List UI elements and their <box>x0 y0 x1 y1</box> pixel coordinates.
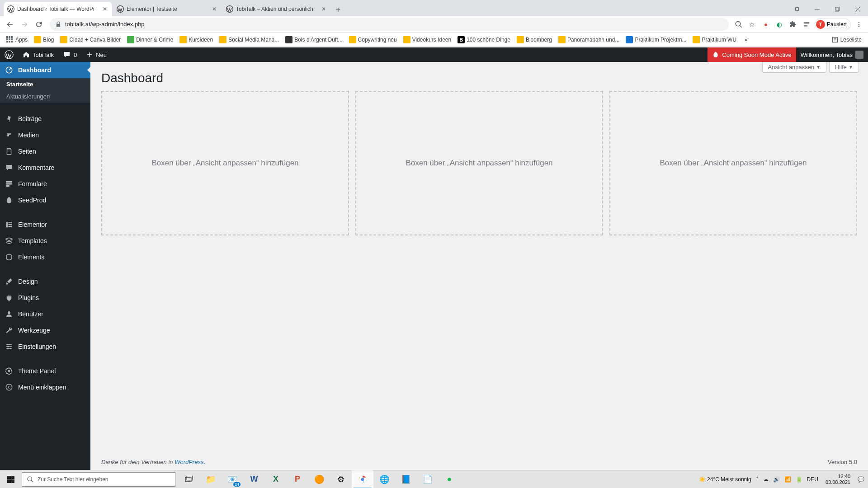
maximize-button[interactable] <box>827 2 848 16</box>
bookmark-item[interactable]: Praktikum Projektm... <box>623 34 689 45</box>
zoom-icon[interactable] <box>733 19 744 30</box>
menu-design[interactable]: Design <box>0 273 90 290</box>
wifi-icon[interactable]: 📶 <box>784 476 791 483</box>
close-icon[interactable]: ✕ <box>320 5 327 13</box>
star-icon[interactable]: ☆ <box>747 19 758 30</box>
start-button[interactable] <box>0 470 22 488</box>
svg-point-27 <box>361 478 364 481</box>
new-tab-button[interactable]: + <box>332 4 344 16</box>
wp-footer: Danke für dein Vertrauen in WordPress. V… <box>90 454 868 470</box>
close-icon[interactable]: ✕ <box>101 5 108 13</box>
bookmark-item[interactable]: Cload + Canva Bilder <box>57 34 123 45</box>
extension-icon[interactable]: ◐ <box>774 19 785 30</box>
menu-elements[interactable]: Elements <box>0 249 90 265</box>
widget-placeholder[interactable]: Boxen über „Ansicht anpassen“ hinzufügen <box>355 91 603 235</box>
submenu-aktualisierungen[interactable]: Aktualisierungen <box>0 90 90 103</box>
comments-link[interactable]: 0 <box>58 47 81 62</box>
menu-plugins[interactable]: Plugins <box>0 290 90 306</box>
task-powerpoint[interactable]: P <box>287 470 308 488</box>
bookmark-item[interactable]: B100 schöne Dinge <box>455 34 513 45</box>
back-button[interactable] <box>4 18 16 31</box>
coming-soon-badge[interactable]: Coming Soon Mode Active <box>708 47 796 62</box>
bookmark-item[interactable]: Kursideen <box>177 34 216 45</box>
folder-icon <box>403 36 410 43</box>
action-center-icon[interactable]: 💬 <box>858 476 864 483</box>
task-app-1[interactable]: 🟠 <box>308 470 330 488</box>
apps-shortcut[interactable]: Apps <box>4 34 30 45</box>
browser-tab-0[interactable]: Dashboard ‹ TobiTalk — WordPr ✕ <box>4 2 112 16</box>
account-indicator-icon[interactable] <box>787 2 807 16</box>
wordpress-link[interactable]: WordPress <box>175 459 203 465</box>
task-spotify[interactable]: ● <box>439 470 460 488</box>
task-obs[interactable]: ⚙ <box>330 470 352 488</box>
menu-benutzer[interactable]: Benutzer <box>0 306 90 322</box>
dashboard-submenu: Startseite Aktualisierungen <box>0 78 90 103</box>
extensions-puzzle-icon[interactable] <box>788 19 798 30</box>
bookmark-item[interactable]: Bois d'Argent Duft... <box>283 34 345 45</box>
task-notepad[interactable]: 📄 <box>417 470 439 488</box>
my-account-link[interactable]: Willkommen, Tobias <box>796 47 868 62</box>
menu-einstellungen[interactable]: Einstellungen <box>0 338 90 355</box>
browser-tab-1[interactable]: Elementor | Testseite ✕ <box>113 2 222 16</box>
bookmark-item[interactable]: Dinner & Crime <box>124 34 176 45</box>
tray-overflow-icon[interactable]: ˄ <box>756 476 759 483</box>
collapse-menu[interactable]: Menü einklappen <box>0 379 90 395</box>
battery-icon[interactable]: 🔋 <box>796 476 802 483</box>
reading-list-icon <box>831 36 839 43</box>
chevron-down-icon: ▼ <box>849 65 853 70</box>
widget-placeholder[interactable]: Boxen über „Ansicht anpassen“ hinzufügen <box>609 91 857 235</box>
widget-placeholder[interactable]: Boxen über „Ansicht anpassen“ hinzufügen <box>101 91 349 235</box>
address-bar[interactable]: tobitalk.at/wp-admin/index.php <box>50 18 729 31</box>
task-explorer[interactable]: 📁 <box>200 470 222 488</box>
bookmark-item[interactable]: Praktikum WU <box>690 34 739 45</box>
screen-options-tab[interactable]: Ansicht anpassen ▼ <box>762 62 827 73</box>
onedrive-icon[interactable]: ☁ <box>763 476 769 483</box>
menu-kommentare[interactable]: Kommentare <box>0 160 90 176</box>
bookmark-item[interactable]: Bloomberg <box>514 34 555 45</box>
volume-icon[interactable]: 🔊 <box>773 476 780 483</box>
help-tab[interactable]: Hilfe ▼ <box>829 62 859 73</box>
new-content-link[interactable]: Neu <box>81 47 111 62</box>
weather-widget[interactable]: ☀️ 24°C Meist sonnig <box>699 476 751 483</box>
menu-templates[interactable]: Templates <box>0 233 90 249</box>
task-chrome[interactable] <box>352 470 373 488</box>
reading-list-icon[interactable] <box>801 19 812 30</box>
close-icon[interactable]: ✕ <box>211 5 218 13</box>
task-excel[interactable]: X <box>265 470 287 488</box>
task-mail[interactable]: 📧24 <box>222 470 243 488</box>
taskbar-search[interactable]: Zur Suche Text hier eingeben <box>22 472 175 487</box>
minimize-button[interactable] <box>807 2 827 16</box>
bookmark-item[interactable]: Social Media Mana... <box>217 34 282 45</box>
task-view-button[interactable] <box>178 470 200 488</box>
extension-abp-icon[interactable]: ● <box>760 19 771 30</box>
bookmark-item[interactable]: Blog <box>31 34 57 45</box>
kebab-menu-icon[interactable]: ⋮ <box>854 19 864 30</box>
menu-medien[interactable]: Medien <box>0 127 90 143</box>
task-word[interactable]: W <box>243 470 265 488</box>
bookmark-item[interactable]: Videokurs Ideen <box>401 34 454 45</box>
profile-button[interactable]: T Pausiert <box>815 19 851 30</box>
browser-tab-2[interactable]: TobiTalk – Aktien und persönlich ✕ <box>222 2 331 16</box>
task-app-2[interactable]: 📘 <box>395 470 417 488</box>
wp-logo-menu[interactable] <box>0 47 18 62</box>
menu-theme-panel[interactable]: Theme Panel <box>0 363 90 379</box>
menu-werkzeuge[interactable]: Werkzeuge <box>0 322 90 338</box>
bookmark-overflow[interactable]: » <box>742 35 750 45</box>
menu-elementor[interactable]: Elementor <box>0 216 90 233</box>
bookmark-item[interactable]: Copywriting neu <box>346 34 400 45</box>
submenu-startseite[interactable]: Startseite <box>0 78 90 90</box>
taskbar-clock[interactable]: 12:40 03.08.2021 <box>823 474 853 484</box>
site-name-link[interactable]: TobiTalk <box>18 47 58 62</box>
menu-dashboard[interactable]: Dashboard <box>0 62 90 78</box>
menu-seedprod[interactable]: SeedProd <box>0 192 90 208</box>
task-edge[interactable]: 🌐 <box>373 470 395 488</box>
window-close-button[interactable] <box>848 2 868 16</box>
reload-button[interactable] <box>33 18 45 31</box>
menu-beitraege[interactable]: Beiträge <box>0 111 90 127</box>
forward-button[interactable] <box>18 18 31 31</box>
bookmark-item[interactable]: Panoramabahn und... <box>556 34 622 45</box>
menu-formulare[interactable]: Formulare <box>0 176 90 192</box>
language-indicator[interactable]: DEU <box>807 476 818 483</box>
menu-seiten[interactable]: Seiten <box>0 143 90 160</box>
reading-list-button[interactable]: Leseliste <box>829 34 864 45</box>
